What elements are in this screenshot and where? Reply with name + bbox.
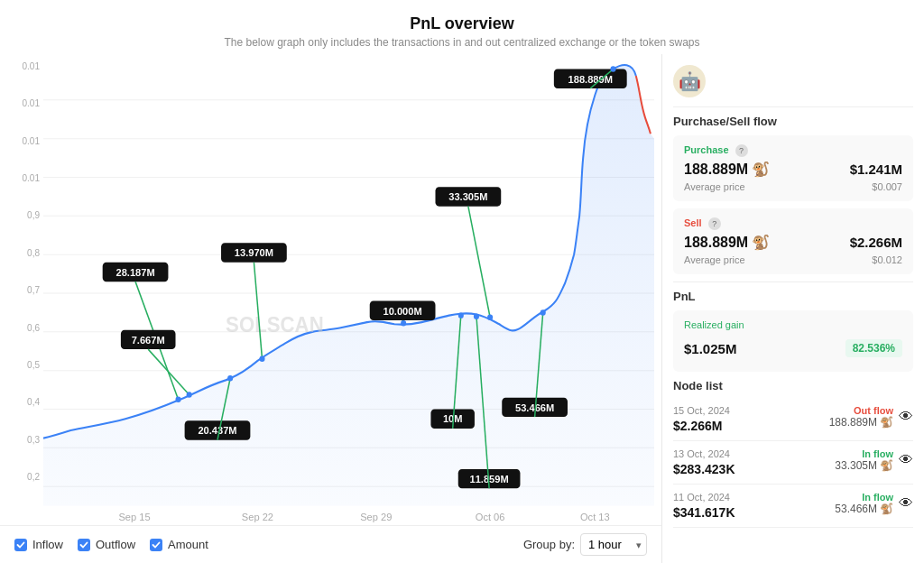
group-by-select[interactable]: 1 hour 4 hours 1 day 1 week [580,533,647,556]
node-item-2: 13 Oct, 2024 $283.423K In flow 33.305M 🐒… [673,441,913,485]
purchase-usd: $1.241M [850,162,902,177]
svg-point-32 [176,397,181,402]
outflow-checkbox[interactable] [78,539,90,551]
purchase-amount: 188.889M 🐒 [684,161,770,178]
svg-point-40 [401,320,406,326]
node-list: Node list 15 Oct, 2024 $2.266M Out flow … [673,379,913,528]
inflow-label: Inflow [32,538,63,551]
svg-line-23 [468,207,490,318]
svg-point-44 [227,375,233,381]
eye-icon-3[interactable]: 👁 [899,495,913,512]
y-axis: 0.01 0.01 0.01 0.01 0,9 0,8 0,7 0,6 0,5 … [0,54,43,489]
svg-text:SOLSCAN: SOLSCAN [226,312,324,337]
sell-help-icon[interactable]: ? [708,217,721,230]
outflow-label: Outflow [96,538,135,551]
svg-text:Sep 29: Sep 29 [360,511,392,521]
svg-text:33.305M: 33.305M [448,191,487,202]
svg-text:7.667M: 7.667M [132,334,165,345]
token-avatar: 🤖 [673,65,706,97]
svg-point-24 [487,315,493,320]
group-by-label: Group by: [523,538,575,551]
svg-text:28.187M: 28.187M [116,266,154,277]
price-chart: Sep 15 Sep 22 Sep 29 Oct 06 Oct 13 SOLSC… [43,61,654,525]
node-list-title: Node list [673,379,913,392]
svg-text:10.000M: 10.000M [383,305,422,316]
svg-text:Oct 13: Oct 13 [580,511,610,521]
node-item-1: 15 Oct, 2024 $2.266M Out flow 188.889M 🐒… [673,398,913,441]
pnl-title: PnL [673,282,913,303]
svg-point-36 [187,392,192,397]
purchase-sell-flow-title: Purchase/Sell flow [673,106,913,128]
realized-gain-label: Realized gain [684,319,902,330]
amount-label: Amount [168,538,208,551]
node-item-3: 11 Oct, 2024 $341.617K In flow 53.466M 🐒… [673,485,913,528]
legend-inflow[interactable]: Inflow [14,538,63,551]
chart-legend: Inflow Outflow Amount Group by: [0,525,661,563]
svg-text:Sep 15: Sep 15 [118,511,150,521]
legend-outflow[interactable]: Outflow [78,538,135,551]
svg-point-56 [541,309,546,315]
svg-point-52 [474,313,479,318]
sell-usd: $2.266M [850,235,902,250]
svg-point-48 [458,312,464,318]
svg-point-28 [259,356,264,362]
svg-text:Oct 06: Oct 06 [476,511,505,521]
pnl-section: PnL Realized gain $1.025M 82.536% [673,282,913,372]
svg-line-35 [148,349,189,394]
page-subtitle: The below graph only includes the transa… [0,36,924,49]
svg-text:13.970M: 13.970M [235,247,273,258]
eye-icon-1[interactable]: 👁 [899,409,913,425]
svg-text:Sep 22: Sep 22 [242,511,273,521]
pnl-gain-value: $1.025M [684,341,736,356]
purchase-help-icon[interactable]: ? [735,144,748,157]
right-panel: 🤖 Purchase/Sell flow Purchase ? 188.889M… [662,54,924,563]
svg-point-20 [610,66,615,71]
svg-text:20.437M: 20.437M [198,425,236,436]
sell-amount: 188.889M 🐒 [684,234,770,251]
legend-amount[interactable]: Amount [150,538,208,551]
group-by-control[interactable]: Group by: 1 hour 4 hours 1 day 1 week [523,533,647,556]
purchase-card: Purchase ? 188.889M 🐒 $1.241M Average pr… [673,135,913,201]
pnl-percentage: 82.536% [845,339,902,357]
amount-checkbox[interactable] [150,539,162,551]
page-title: PnL overview [0,14,924,33]
sell-card: Sell ? 188.889M 🐒 $2.266M Average price … [673,208,913,274]
eye-icon-2[interactable]: 👁 [899,452,913,468]
svg-line-27 [254,263,262,359]
inflow-checkbox[interactable] [14,539,27,551]
